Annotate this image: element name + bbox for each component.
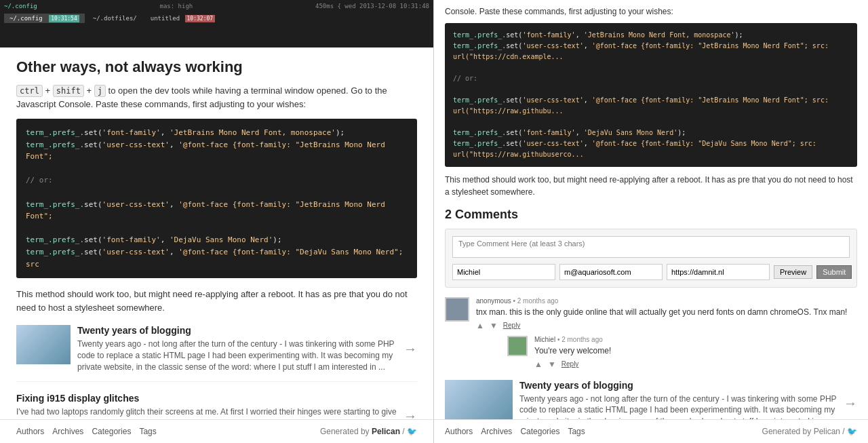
left-post-2-excerpt: I've had two laptops randomly glitch the…: [16, 406, 397, 419]
code-line-empty3: [26, 223, 408, 235]
comment-body-1: anonymous • 2 months ago tnx man. this i…: [476, 297, 857, 369]
right-code-line-1: term_.prefs_.set('font-family', 'JetBrai…: [453, 30, 849, 41]
key-ctrl: ctrl: [16, 85, 43, 97]
footer-categories[interactable]: Categories: [92, 427, 131, 436]
code-line-empty2: [26, 187, 408, 199]
reply-btn-1[interactable]: Reply: [503, 322, 521, 329]
nested-time-1: 2 months ago: [561, 336, 603, 343]
intro-paragraph: ctrl + shift + j to open the dev tools w…: [16, 84, 417, 111]
right-post-1-thumb: [445, 380, 513, 419]
right-post-1-arrow[interactable]: →: [844, 396, 857, 411]
right-code-empty2: [453, 84, 849, 95]
left-post-2-title: Fixing i915 display glitches: [16, 393, 397, 404]
nested-avatar-1: [507, 336, 528, 356]
key-shift: shift: [53, 85, 84, 97]
footer-slash: /: [402, 427, 407, 436]
right-post-1-img: [445, 380, 513, 419]
comment-author-1: anonymous: [476, 297, 511, 305]
right-post-1: Twenty years of blogging Twenty years ag…: [445, 380, 857, 419]
footer-tags[interactable]: Tags: [139, 427, 156, 436]
terminal-file-label: ~/.config: [4, 3, 37, 9]
right-footer-authors[interactable]: Authors: [445, 427, 473, 436]
nested-text-1: You're very welcome!: [534, 345, 857, 357]
terminal-branch: mas: high: [160, 3, 193, 9]
right-footer-slash: /: [842, 427, 847, 436]
page-title: Other ways, not always working: [16, 58, 417, 76]
comment-text-1: tnx man. this is the only guide online t…: [476, 307, 857, 318]
key-j: j: [94, 85, 106, 97]
terminal-top-bar: ~/.config mas: high 450ms { wed 2013-12-…: [4, 3, 429, 9]
left-post-1-thumb-img: [16, 325, 71, 364]
right-console-intro: Console. Paste these commands, first adj…: [445, 5, 857, 18]
comment-time-1: 2 months ago: [517, 297, 559, 305]
right-footer-categories[interactable]: Categories: [520, 427, 559, 436]
downvote-btn-1[interactable]: ▼: [490, 321, 498, 330]
left-post-2: Fixing i915 display glitches I've had tw…: [16, 393, 417, 419]
right-code-line-2: term_.prefs_.set('user-css-text', '@font…: [453, 41, 849, 62]
comment-item-1: anonymous • 2 months ago tnx man. this i…: [445, 297, 857, 369]
right-post-1-content: Twenty years of blogging Twenty years ag…: [519, 380, 837, 419]
comment-email-input[interactable]: [559, 264, 663, 280]
footer-archives[interactable]: Archives: [52, 427, 83, 436]
right-footer-links: Authors Archives Categories Tags: [445, 427, 585, 436]
terminal-tab-untitled[interactable]: untitled 10:32:07: [145, 14, 220, 23]
left-footer: Authors Archives Categories Tags Generat…: [0, 419, 433, 443]
tab-time1: 10:31:54: [49, 15, 79, 22]
pelican-icon: 🐦: [407, 427, 417, 436]
comment-form-row: Preview Submit: [452, 264, 850, 280]
terminal-tab-config[interactable]: ~/.config 10:31:54: [4, 14, 85, 23]
right-post-1-excerpt: Twenty years ago - not long after the tu…: [519, 393, 837, 419]
right-footer-tags[interactable]: Tags: [568, 427, 585, 436]
comment-name-input[interactable]: [452, 264, 555, 280]
code-line-3: term_.prefs_.set('user-css-text', '@font…: [26, 199, 408, 223]
right-body-text: This method should work too, but might n…: [445, 174, 857, 198]
comment-website-input[interactable]: [667, 264, 770, 280]
right-code-line-3: term_.prefs_.set('user-css-text', '@font…: [453, 95, 849, 117]
nested-downvote-1[interactable]: ▼: [548, 360, 556, 369]
right-footer-archives[interactable]: Archives: [481, 427, 512, 436]
right-code-line-5: term_.prefs_.set('user-css-text', '@font…: [453, 138, 849, 160]
left-post-1-title: Twenty years of blogging: [77, 325, 397, 336]
nested-meta-1: Michiel • 2 months ago: [534, 336, 857, 343]
tab-label-2: ~/.dotfiles/: [93, 15, 137, 22]
right-code-empty1: [453, 62, 849, 73]
right-code-empty3: [453, 117, 849, 128]
comment-textarea[interactable]: [452, 236, 850, 258]
right-footer: Authors Archives Categories Tags Generat…: [434, 419, 868, 443]
right-pelican-icon: 🐦: [847, 427, 857, 436]
right-content-area: Console. Paste these commands, first adj…: [434, 0, 868, 419]
terminal-tab-dotfiles[interactable]: ~/.dotfiles/: [87, 14, 142, 23]
left-post-2-arrow[interactable]: →: [403, 408, 417, 419]
right-footer-generated: Generated by: [762, 427, 812, 436]
right-code-block: term_.prefs_.set('font-family', 'JetBrai…: [445, 23, 857, 167]
comment-actions-1: ▲ ▼ Reply: [476, 321, 857, 330]
tab-time2: 10:32:07: [185, 15, 216, 22]
code-line-5: term_.prefs_.set('user-css-text', '@font…: [26, 246, 408, 270]
comment-meta-1: anonymous • 2 months ago: [476, 297, 857, 305]
code-line-2: term_.prefs_.set('user-css-text', '@font…: [26, 139, 408, 163]
right-footer-pelican: Pelican: [814, 427, 840, 436]
code-line-empty1: [26, 163, 408, 175]
footer-authors[interactable]: Authors: [16, 427, 44, 436]
submit-button[interactable]: Submit: [816, 265, 852, 279]
right-post-1-title: Twenty years of blogging: [519, 380, 837, 391]
left-body-text: This method should work too, but might n…: [16, 288, 417, 314]
tab-label: ~/.config: [9, 15, 43, 22]
left-footer-right: Generated by Pelican / 🐦: [320, 427, 417, 436]
right-code-line-4: term_.prefs_.set('font-family', 'DejaVu …: [453, 128, 849, 138]
nested-reply-1[interactable]: Reply: [561, 360, 579, 368]
right-panel: Console. Paste these commands, first adj…: [434, 0, 868, 443]
left-footer-links: Authors Archives Categories Tags: [16, 427, 157, 436]
left-post-2-content: Fixing i915 display glitches I've had tw…: [16, 393, 397, 419]
nested-upvote-1[interactable]: ▲: [534, 360, 542, 369]
right-footer-right: Generated by Pelican / 🐦: [762, 427, 857, 436]
terminal-header: ~/.config mas: high 450ms { wed 2013-12-…: [0, 0, 433, 47]
preview-button[interactable]: Preview: [774, 265, 812, 279]
code-line-comment: // or:: [26, 174, 408, 187]
code-line-4: term_.prefs_.set('font-family', 'DejaVu …: [26, 234, 408, 246]
left-panel: ~/.config mas: high 450ms { wed 2013-12-…: [0, 0, 434, 443]
left-post-1-arrow[interactable]: →: [403, 341, 417, 357]
left-post-1-thumb: [16, 325, 71, 364]
upvote-btn-1[interactable]: ▲: [476, 321, 484, 330]
comment-avatar-1: [445, 297, 469, 322]
